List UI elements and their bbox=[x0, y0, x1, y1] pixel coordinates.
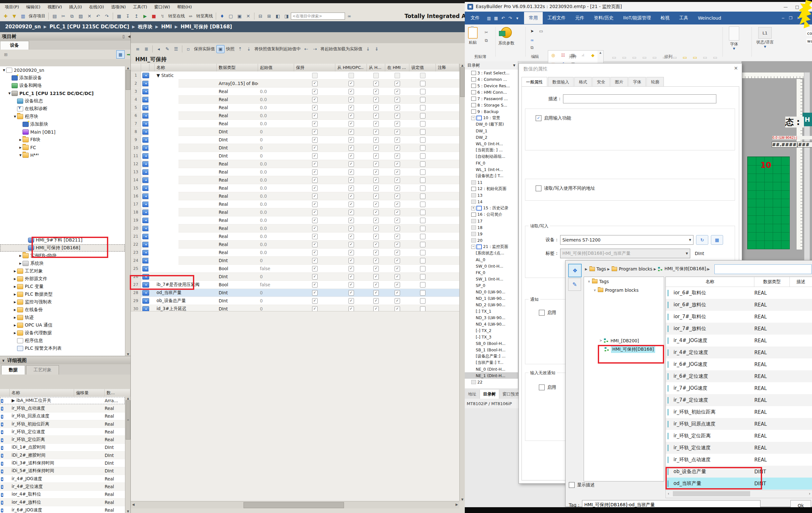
load-1-icon[interactable]: ↓ bbox=[364, 45, 372, 53]
db-checkbox[interactable]: ✓ bbox=[349, 185, 354, 191]
tree-caret-icon[interactable]: > bbox=[600, 339, 602, 342]
edit-values-icon[interactable]: ✎ bbox=[163, 45, 171, 53]
dirtree-item[interactable]: SP_0 bbox=[465, 282, 518, 289]
db-checkbox[interactable] bbox=[420, 121, 426, 126]
tag-browser-icon[interactable]: ❖ bbox=[568, 264, 582, 277]
tree-item-plc_1-cpu-1215c-dc-dc-dc-[interactable]: ▼PLC_1 [CPU 1215C DC/DC/DC] bbox=[0, 90, 125, 97]
detail-row[interactable]: ◂ir_环轨_回原点速度Real bbox=[0, 413, 125, 420]
detail-view-scrollbar[interactable]: ▲≡▼ bbox=[125, 397, 131, 513]
minimize-icon[interactable]: — bbox=[780, 3, 791, 11]
dirtree-item[interactable]: 12 : 初始化页面 bbox=[465, 185, 518, 192]
invalid-enable-checkbox[interactable]: 启用 bbox=[539, 385, 556, 390]
checkbox-cell[interactable]: ✓ bbox=[367, 121, 385, 126]
add-row-icon[interactable]: ≣ bbox=[142, 45, 150, 53]
dirtree-item[interactable]: 19 bbox=[465, 231, 518, 237]
col-datatype[interactable]: 数据类型 bbox=[754, 277, 790, 286]
checkbox-cell[interactable]: ✓ bbox=[367, 185, 385, 191]
ribbon-tab-0[interactable]: 常用 bbox=[524, 12, 543, 24]
tag-breadcrumb-segment-1[interactable]: Program blocks bbox=[619, 266, 652, 271]
menu-item-0[interactable]: 项目(P) bbox=[1, 4, 23, 11]
db-checkbox[interactable]: ✓ bbox=[373, 226, 379, 231]
dirtree-item[interactable]: DW_1 bbox=[465, 127, 518, 134]
tag-breadcrumb-segment-0[interactable]: Tags bbox=[597, 266, 606, 271]
tree-expander-icon[interactable]: ▶ bbox=[18, 262, 23, 265]
menu-item-6[interactable]: 工具(T) bbox=[129, 4, 151, 11]
breadcrumb-segment-3[interactable]: HMI bbox=[161, 24, 172, 30]
db-checkbox[interactable] bbox=[420, 258, 426, 264]
db-row-17[interactable]: 17◂Real0.0✓✓✓✓ bbox=[131, 200, 459, 208]
tag-row[interactable]: ir_6#_JOG速度REAL bbox=[666, 358, 812, 370]
db-checkbox[interactable]: ✓ bbox=[373, 250, 379, 255]
checkbox-cell[interactable]: ✓ bbox=[335, 137, 367, 143]
db-checkbox[interactable]: ✓ bbox=[312, 153, 318, 159]
checkbox-cell[interactable]: ✓ bbox=[294, 113, 335, 119]
detail-row[interactable]: ◂ior_4#_取料位Real bbox=[0, 491, 125, 499]
notification-enable-checkbox[interactable]: 启用 bbox=[539, 310, 556, 315]
db-row-11[interactable]: 11◂DInt0✓✓✓✓ bbox=[131, 152, 459, 160]
checkbox-cell[interactable]: ✓ bbox=[367, 81, 385, 86]
tree-item--[interactable]: 设备和网络 bbox=[0, 82, 125, 90]
dirtree-item[interactable]: ND_4 (LW-90... bbox=[465, 321, 518, 327]
checkbox-cell[interactable]: ✓ bbox=[385, 274, 409, 279]
db-checkbox[interactable]: ✓ bbox=[373, 242, 379, 247]
db-checkbox[interactable]: ✓ bbox=[395, 234, 400, 239]
db-checkbox[interactable] bbox=[420, 97, 426, 102]
tag-row[interactable]: ir_4#_定位速度REAL bbox=[666, 346, 812, 358]
detail-row[interactable]: ◂ir_环轨_点动速度Real bbox=[0, 404, 125, 412]
dirtree-item[interactable]: 18 bbox=[465, 224, 518, 231]
ribbon-tab-3[interactable]: 资料/历史 bbox=[589, 12, 618, 24]
export-icon[interactable]: ▦ bbox=[492, 14, 499, 22]
checkbox-cell[interactable]: ✓ bbox=[385, 137, 409, 143]
checkbox-cell[interactable]: ✓ bbox=[294, 242, 335, 247]
reset-values-icon[interactable]: ◂ bbox=[154, 45, 163, 53]
tree-expander-icon[interactable]: − bbox=[471, 116, 475, 120]
tree-expander-icon[interactable]: ▶ bbox=[13, 293, 17, 296]
dirtree-item[interactable]: NE_1 (DInt-H... bbox=[465, 372, 518, 379]
db-checkbox[interactable] bbox=[420, 290, 426, 296]
save-icon[interactable]: ▥ bbox=[485, 14, 492, 22]
cut-icon[interactable]: ✂ bbox=[59, 12, 67, 20]
db-row-12[interactable]: 12◂Real0.0✓✓✓✓ bbox=[131, 160, 459, 168]
tag-row[interactable]: ior_7#_放料位REAL bbox=[666, 323, 812, 335]
delete-icon[interactable]: ✕ bbox=[85, 12, 93, 20]
db-checkbox[interactable]: ✓ bbox=[373, 137, 379, 143]
checkbox-cell[interactable]: ✓ bbox=[335, 129, 367, 134]
checkbox-cell[interactable] bbox=[409, 242, 436, 247]
checkbox-cell[interactable]: ✓ bbox=[335, 113, 367, 119]
db-checkbox[interactable]: ✓ bbox=[312, 137, 318, 143]
checkbox-cell[interactable] bbox=[409, 129, 436, 134]
checkbox-cell[interactable]: ✓ bbox=[385, 290, 409, 296]
checkbox-cell[interactable]: ✓ bbox=[367, 266, 385, 271]
align-center-h-icon[interactable]: ▭ bbox=[619, 51, 629, 64]
checkbox-cell[interactable]: ✓ bbox=[367, 105, 385, 111]
checkbox-cell[interactable]: ✓ bbox=[335, 153, 367, 159]
dirtree-item[interactable]: 6 : HMI Conn... bbox=[465, 89, 518, 95]
db-checkbox[interactable]: ✓ bbox=[312, 218, 318, 223]
checkbox-cell[interactable]: ✓ bbox=[294, 137, 335, 143]
checkbox-cell[interactable]: ✓ bbox=[335, 282, 367, 288]
checkbox-cell[interactable]: ✓ bbox=[367, 218, 385, 223]
db-checkbox[interactable]: ✓ bbox=[349, 129, 354, 134]
db-checkbox[interactable]: ✓ bbox=[349, 210, 354, 215]
breadcrumb-caret-icon[interactable]: ▶ bbox=[585, 267, 587, 271]
breadcrumb-segment-4[interactable]: HMI_可保持 [DB168] bbox=[181, 24, 232, 30]
checkbox-cell[interactable]: ✓ bbox=[385, 242, 409, 247]
checkbox-cell[interactable]: ✓ bbox=[294, 145, 335, 151]
db-checkbox[interactable]: ✓ bbox=[312, 226, 318, 231]
db-checkbox[interactable]: ✓ bbox=[349, 202, 354, 207]
checkbox-cell[interactable]: ✓ bbox=[385, 161, 409, 167]
checkbox-cell[interactable]: ✓ bbox=[367, 153, 385, 159]
online-diagnostics-icon[interactable]: ♦ bbox=[218, 12, 226, 20]
dirtree-item[interactable]: [当前页面: ] ... bbox=[465, 147, 518, 153]
db-checkbox[interactable]: ✓ bbox=[312, 274, 318, 279]
checkbox-cell[interactable]: ✓ bbox=[294, 274, 335, 279]
db-checkbox[interactable] bbox=[420, 105, 426, 111]
db-checkbox[interactable]: ✓ bbox=[349, 266, 354, 271]
db-checkbox[interactable]: ✓ bbox=[349, 97, 354, 102]
db-checkbox[interactable] bbox=[420, 234, 426, 239]
select-cursor-icon[interactable]: ➤ bbox=[528, 28, 535, 34]
crossref-a-icon[interactable]: ◧ bbox=[274, 12, 282, 20]
checkbox-cell[interactable]: ✓ bbox=[294, 298, 335, 304]
dirtree-item[interactable]: 13 bbox=[465, 192, 518, 199]
tree-item--[interactable]: 程序信息 bbox=[0, 337, 125, 344]
